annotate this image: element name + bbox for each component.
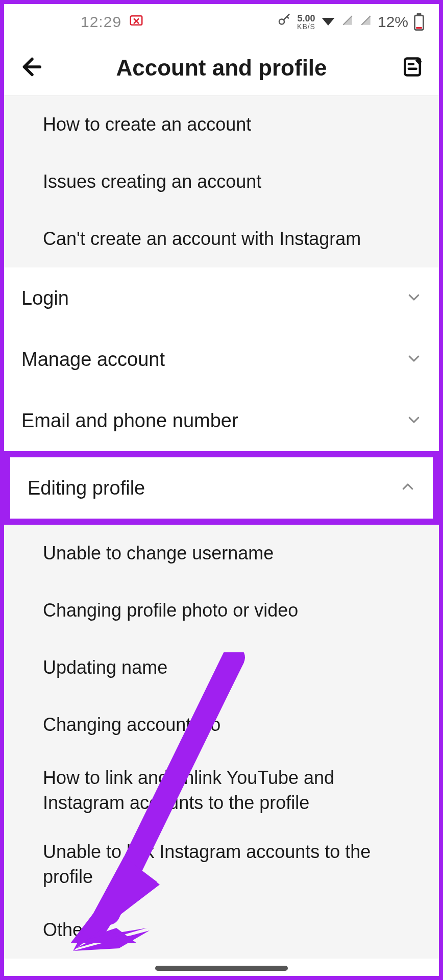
page-title: Account and profile — [46, 55, 397, 81]
phone-screen: 12:29 5.00 KB/S — [4, 4, 439, 976]
list-item-label: Issues creating an account — [43, 169, 261, 194]
sub-item-issues-creating[interactable]: Issues creating an account — [4, 153, 439, 210]
sub-item-changing-photo-video[interactable]: Changing profile photo or video — [4, 582, 439, 639]
list-item-label: Changing profile photo or video — [43, 598, 298, 623]
list-item-label: How to link and unlink YouTube and Insta… — [43, 766, 419, 815]
category-label: Login — [21, 287, 69, 309]
sub-item-unable-change-username[interactable]: Unable to change username — [4, 525, 439, 582]
chevron-up-icon — [400, 477, 415, 499]
category-manage-account[interactable]: Manage account — [4, 329, 439, 390]
category-login[interactable]: Login — [4, 267, 439, 329]
category-email-phone[interactable]: Email and phone number — [4, 390, 439, 451]
feedback-button[interactable] — [397, 56, 425, 80]
list-item-label: Other — [43, 918, 89, 943]
chevron-down-icon — [406, 349, 422, 371]
screenshot-icon — [129, 13, 144, 32]
svg-rect-6 — [416, 27, 422, 29]
sub-item-cant-create-instagram[interactable]: Can't create an account with Instagram — [4, 210, 439, 267]
annotation-highlight-box: Editing profile — [4, 451, 439, 525]
category-label: Manage account — [21, 349, 165, 371]
creating-account-subitems: How to create an account Issues creating… — [4, 96, 439, 267]
battery-text: 12% — [378, 13, 408, 31]
chevron-down-icon — [406, 410, 422, 432]
category-label: Email and phone number — [21, 410, 238, 432]
list-item-label: Changing account bio — [43, 713, 220, 738]
chevron-down-icon — [406, 287, 422, 309]
status-right: 5.00 KB/S 12% — [277, 13, 425, 32]
sub-item-changing-bio[interactable]: Changing account bio — [4, 696, 439, 753]
network-speed-unit: KB/S — [297, 23, 315, 30]
annotated-frame: 12:29 5.00 KB/S — [0, 0, 443, 980]
editing-profile-subitems: Unable to change username Changing profi… — [4, 525, 439, 959]
wifi-icon — [321, 13, 336, 32]
list-item-label: Updating name — [43, 655, 167, 680]
sub-item-unable-link-instagram[interactable]: Unable to link Instagram accounts to the… — [4, 827, 439, 901]
settings-list: How to create an account Issues creating… — [4, 96, 439, 976]
category-label: Editing profile — [28, 477, 145, 499]
sub-item-link-unlink-youtube-instagram[interactable]: How to link and unlink YouTube and Insta… — [4, 753, 439, 827]
category-editing-profile[interactable]: Editing profile — [10, 457, 433, 519]
list-item-label: Can't create an account with Instagram — [43, 227, 361, 252]
list-item-label: Unable to change username — [43, 541, 274, 566]
status-bar: 12:29 5.00 KB/S — [4, 4, 439, 40]
sub-item-create-account[interactable]: How to create an account — [4, 96, 439, 153]
page-header: Account and profile — [4, 40, 439, 96]
network-speed: 5.00 KB/S — [297, 14, 315, 30]
battery-icon — [413, 13, 425, 31]
network-speed-value: 5.00 — [297, 14, 315, 23]
svg-rect-5 — [417, 13, 422, 15]
home-indicator[interactable] — [155, 966, 288, 971]
back-button[interactable] — [18, 55, 46, 81]
sub-item-other[interactable]: Other — [4, 901, 439, 959]
sim1-icon — [341, 13, 354, 31]
status-left: 12:29 — [81, 13, 144, 32]
sim2-icon — [359, 13, 373, 31]
sub-item-updating-name[interactable]: Updating name — [4, 639, 439, 696]
status-time: 12:29 — [81, 13, 121, 31]
svg-point-1 — [279, 19, 284, 24]
list-item-label: Unable to link Instagram accounts to the… — [43, 840, 419, 889]
list-item-label: How to create an account — [43, 112, 251, 137]
key-icon — [277, 13, 292, 32]
